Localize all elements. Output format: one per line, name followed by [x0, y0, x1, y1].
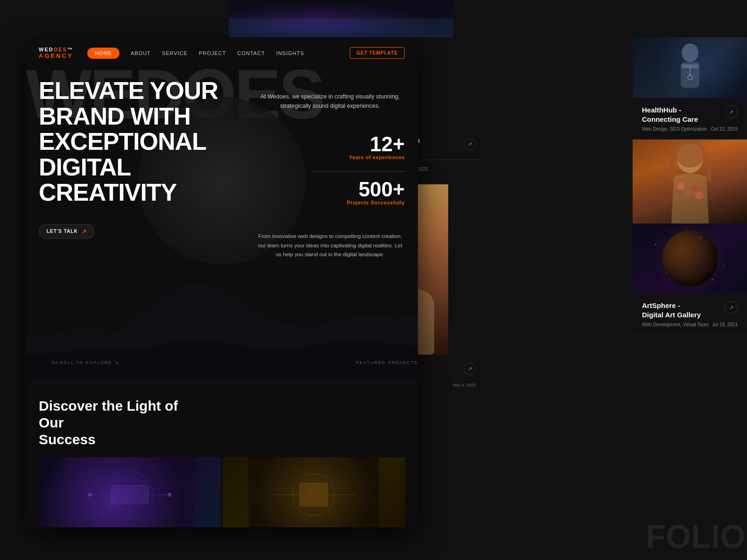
svg-point-18 — [168, 493, 171, 497]
stat2-number: 500+ — [265, 179, 405, 200]
hero-line5: CREATIVITY — [39, 180, 235, 205]
hero-line2: BRAND WITH — [39, 104, 235, 129]
logo-top: WEDOES™ — [39, 47, 73, 52]
artsphere-card: ArtSphere - Digital Art Gallery ↗ Web De… — [633, 294, 747, 335]
sphere-dots — [633, 224, 747, 294]
doctor-silhouette — [671, 41, 709, 92]
artsphere-date: Jul 19, 2021 — [712, 322, 738, 327]
artsphere-tags: Web Development, Virtual Tours — [642, 322, 709, 327]
bottom-image-2 — [223, 457, 405, 527]
back-window-top — [229, 0, 453, 37]
navbar: WEDOES™ AGENCY HOME ABOUT SERVICE PROJEC… — [26, 37, 418, 69]
healthhub-tags: Web Design, SEO Optimization — [642, 126, 707, 132]
svg-point-6 — [675, 140, 705, 168]
stat-divider — [311, 171, 405, 172]
nav-links: HOME ABOUT SERVICE PROJECT CONTACT INSIG… — [87, 48, 350, 59]
scroll-label: SCROLL TO EXPLORE — [52, 360, 112, 365]
discover-title: Discover the Light of Our Success — [39, 398, 188, 448]
artsphere-sphere-image — [633, 224, 747, 294]
hero-content: ELEVATE YOUR BRAND WITH EXCEPTIONAL DIGI… — [39, 78, 405, 239]
svg-point-8 — [685, 190, 691, 196]
featured-projects-label: FEATURED PROJECTS — [356, 360, 418, 365]
hero-bottom-bar: SCROLL TO EXPLORE ↘ FEATURED PROJECTS — [52, 360, 418, 370]
portrait-image — [633, 140, 747, 224]
hero-section: WEDOES — [26, 69, 418, 379]
hero-stats: 12+ Years of experiences 500+ Projects S… — [265, 134, 405, 217]
artsphere-title: ArtSphere - Digital Art Gallery — [642, 301, 701, 319]
right-panel-top-image — [633, 37, 747, 98]
bottom-images-row — [39, 457, 405, 527]
green-b-arrow[interactable]: ↗ — [464, 138, 476, 150]
hero-line3: EXCEPTIONAL — [39, 129, 235, 154]
folio-partial: FOLIO — [644, 467, 747, 560]
nav-contact[interactable]: CONTACT — [237, 50, 265, 56]
folio-text: FOLIO — [646, 518, 746, 560]
healthhub-arrow[interactable]: ↗ — [725, 105, 738, 119]
discover-line1: Discover the Light of Our — [39, 398, 188, 431]
scroll-arrow-icon: ↘ — [115, 360, 120, 365]
stat1-label: Years of experiences — [265, 154, 405, 160]
nav-about[interactable]: ABOUT — [131, 50, 151, 56]
hero-description: At Wedoes, we specialize in crafting vis… — [255, 78, 405, 111]
svg-rect-19 — [248, 457, 379, 527]
healthhub-card: HealthHub - Connecting Care ↗ Web Design… — [633, 98, 747, 140]
nav-service[interactable]: SERVICE — [162, 50, 188, 56]
svg-point-20 — [293, 474, 335, 516]
svg-point-0 — [682, 43, 698, 62]
lets-talk-arrow-icon: ↗ — [82, 228, 87, 235]
page-layout: Green b ↗ May 15, 2023 ion - b ↗ ment, M… — [0, 0, 747, 560]
hero-line4: DIGITAL — [39, 154, 235, 180]
ion-arrow[interactable]: ↗ — [464, 363, 476, 375]
nav-project[interactable]: PROJECT — [199, 50, 226, 56]
right-side-panel: HealthHub - Connecting Care ↗ Web Design… — [633, 37, 747, 527]
main-window: WEDOES™ AGENCY HOME ABOUT SERVICE PROJEC… — [26, 37, 418, 527]
nav-insights[interactable]: INSIGHTS — [276, 50, 304, 56]
svg-point-9 — [691, 185, 698, 192]
get-template-button[interactable]: GET TEMPLATE — [350, 47, 405, 59]
svg-point-17 — [88, 493, 92, 497]
stat2-label: Projects Successfully — [265, 200, 405, 205]
tech-viz-svg-2 — [223, 457, 405, 527]
logo-bottom: AGENCY — [39, 52, 73, 59]
scroll-to-explore: SCROLL TO EXPLORE ↘ — [52, 360, 120, 365]
logo: WEDOES™ AGENCY — [39, 47, 73, 59]
artsphere-arrow[interactable]: ↗ — [725, 301, 738, 314]
hero-landscape — [26, 239, 418, 379]
svg-rect-11 — [64, 457, 195, 527]
discover-line2: Success — [39, 431, 188, 448]
lets-talk-label: LET'S TALK — [47, 229, 78, 234]
ion-date: May 4, 2020 — [452, 383, 476, 387]
svg-rect-21 — [300, 483, 328, 506]
portrait-svg — [660, 140, 720, 224]
nav-home[interactable]: HOME — [87, 48, 120, 59]
svg-point-7 — [677, 182, 684, 190]
stat1-number: 12+ — [265, 134, 405, 154]
svg-point-13 — [113, 478, 146, 511]
hero-headline: ELEVATE YOUR BRAND WITH EXCEPTIONAL DIGI… — [39, 78, 235, 205]
svg-rect-14 — [111, 485, 148, 504]
lets-talk-button[interactable]: LET'S TALK ↗ — [39, 224, 95, 239]
healthhub-date: Oct 22, 2019 — [711, 126, 738, 132]
healthhub-title: HealthHub - Connecting Care — [642, 105, 698, 124]
svg-point-10 — [695, 191, 704, 200]
discover-section: Discover the Light of Our Success — [26, 379, 418, 527]
tech-viz-svg — [39, 457, 221, 527]
sphere-visual — [662, 231, 718, 287]
bottom-image-1 — [39, 457, 221, 527]
hero-line1: ELEVATE YOUR — [39, 78, 235, 104]
svg-point-12 — [106, 471, 153, 518]
